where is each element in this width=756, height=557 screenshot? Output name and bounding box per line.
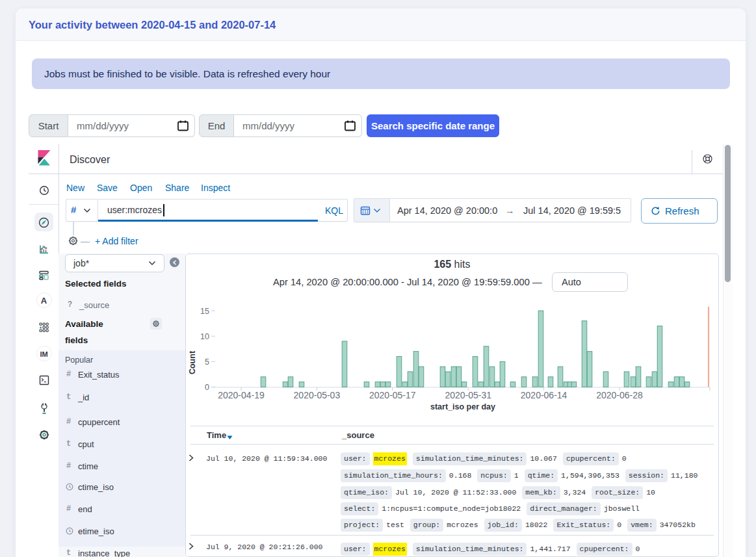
svg-text:2020-06-14: 2020-06-14 [521, 390, 567, 400]
svg-text:5: 5 [205, 357, 209, 367]
svg-text:2020-06-28: 2020-06-28 [596, 390, 643, 400]
svg-text:2020-05-31: 2020-05-31 [445, 390, 491, 400]
svg-text:15: 15 [200, 307, 209, 316]
svg-text:0: 0 [205, 383, 209, 392]
svg-text:10: 10 [200, 332, 209, 341]
svg-text:Count: Count [188, 350, 197, 374]
svg-text:2020-04-19: 2020-04-19 [218, 390, 265, 400]
svg-text:start_iso per day: start_iso per day [430, 402, 495, 411]
svg-text:2020-05-03: 2020-05-03 [294, 390, 341, 400]
svg-text:2020-05-17: 2020-05-17 [369, 390, 416, 400]
